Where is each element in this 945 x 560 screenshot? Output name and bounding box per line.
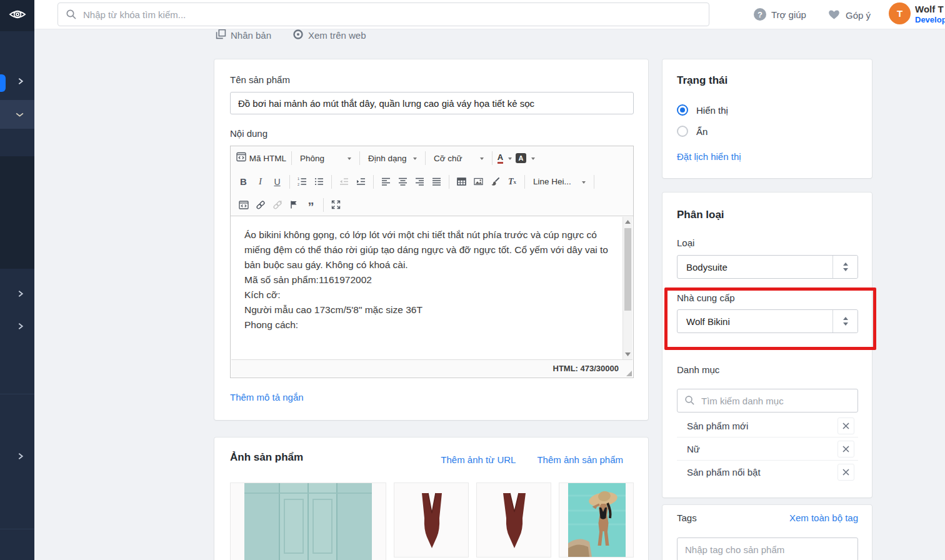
sidebar-divider bbox=[0, 394, 34, 394]
source-code-icon bbox=[239, 200, 249, 210]
indent-button[interactable] bbox=[352, 174, 369, 190]
sidebar-item-expand-icon[interactable] bbox=[16, 77, 24, 88]
source-code-button[interactable] bbox=[235, 197, 252, 213]
category-remove-button[interactable] bbox=[838, 464, 854, 481]
underline-button[interactable]: U bbox=[269, 174, 286, 190]
bold-button[interactable]: B bbox=[235, 174, 252, 190]
tags-input[interactable] bbox=[677, 538, 858, 560]
search-input[interactable] bbox=[58, 2, 709, 26]
feedback-button[interactable]: Góp ý bbox=[828, 8, 871, 22]
radio-hidden[interactable]: Ẩn bbox=[677, 126, 708, 137]
image-button[interactable] bbox=[470, 174, 487, 190]
product-name-input[interactable] bbox=[230, 92, 634, 114]
help-button[interactable]: ? Trợ giúp bbox=[754, 8, 806, 21]
status-title: Trạng thái bbox=[677, 74, 728, 87]
product-image-1[interactable] bbox=[230, 482, 386, 560]
scroll-up-button[interactable] bbox=[623, 217, 632, 227]
sidebar-submenu-block bbox=[0, 156, 34, 269]
category-remove-button[interactable] bbox=[838, 441, 854, 458]
close-icon bbox=[842, 446, 849, 452]
add-image-link[interactable]: Thêm ảnh sản phẩm bbox=[537, 454, 623, 465]
vendor-select[interactable]: Wolf Bikini bbox=[677, 309, 858, 333]
maroon-swimsuit-photo bbox=[494, 491, 534, 551]
sidebar-item-active[interactable] bbox=[0, 100, 34, 129]
sidebar-item-expand-icon[interactable] bbox=[16, 289, 24, 301]
radio-selected-icon bbox=[677, 104, 688, 116]
italic-button[interactable]: I bbox=[252, 174, 269, 190]
font-dropdown[interactable]: Phông bbox=[296, 150, 356, 166]
editor-status-bar: HTML: 473/30000 bbox=[231, 359, 632, 377]
format-painter-button[interactable] bbox=[487, 174, 504, 190]
schedule-visibility-link[interactable]: Đặt lịch hiển thị bbox=[677, 151, 741, 162]
app-logo[interactable] bbox=[0, 0, 34, 31]
category-remove-button[interactable] bbox=[838, 418, 854, 434]
sidebar-item-expand-icon[interactable] bbox=[16, 452, 24, 463]
resize-handle-icon[interactable] bbox=[626, 371, 632, 376]
sidebar-item-expand-icon[interactable] bbox=[16, 322, 24, 333]
product-image-2[interactable] bbox=[394, 482, 469, 558]
product-image-3[interactable] bbox=[476, 482, 551, 558]
justify-icon bbox=[432, 177, 441, 186]
font-size-dropdown[interactable]: Cỡ chữ bbox=[429, 150, 488, 166]
duplicate-icon bbox=[216, 29, 226, 41]
category-item: Sản phẩm nổi bật bbox=[677, 461, 858, 484]
align-right-button[interactable] bbox=[411, 174, 428, 190]
outdent-button[interactable] bbox=[336, 174, 352, 190]
description-paragraph: Áo bikini không gọng, có lớp lót với một… bbox=[244, 228, 618, 272]
outdent-icon bbox=[339, 177, 349, 186]
svg-text:1: 1 bbox=[298, 177, 299, 181]
editor-content[interactable]: Áo bikini không gọng, có lớp lót với một… bbox=[231, 217, 622, 359]
anchor-flag-button[interactable] bbox=[286, 197, 302, 213]
style-heading: Phong cách: bbox=[244, 318, 618, 332]
global-search bbox=[58, 2, 709, 26]
chevron-down-icon bbox=[582, 181, 586, 184]
view-on-web-label: Xem trên web bbox=[308, 30, 366, 41]
scroll-down-button[interactable] bbox=[623, 349, 632, 359]
text-color-icon: A bbox=[498, 153, 503, 164]
align-right-icon bbox=[415, 177, 424, 186]
align-left-button[interactable] bbox=[378, 174, 394, 190]
link-button[interactable] bbox=[252, 197, 269, 213]
radio-visible[interactable]: Hiển thị bbox=[677, 104, 728, 116]
short-description-link[interactable]: Thêm mô tả ngắn bbox=[230, 392, 304, 402]
user-role: Develop bbox=[915, 15, 945, 24]
ordered-list-button[interactable]: 1 2 bbox=[294, 174, 311, 190]
sidebar-divider bbox=[0, 529, 34, 529]
avatar[interactable]: T bbox=[889, 2, 911, 24]
stepper-icon[interactable] bbox=[832, 256, 858, 278]
format-dropdown[interactable]: Định dạng bbox=[364, 150, 421, 166]
rich-text-editor: Mã HTML Phông Định dạng Cỡ chữ bbox=[230, 146, 634, 378]
editor-scrollbar[interactable] bbox=[622, 217, 632, 359]
remove-format-button[interactable]: Tx bbox=[504, 174, 521, 190]
bg-color-button[interactable]: A bbox=[516, 150, 535, 166]
category-search-input[interactable] bbox=[677, 389, 858, 412]
justify-button[interactable] bbox=[428, 174, 445, 190]
add-from-url-link[interactable]: Thêm ảnh từ URL bbox=[441, 454, 516, 465]
product-name-label: Tên sản phẩm bbox=[230, 74, 290, 85]
fullscreen-button[interactable] bbox=[328, 197, 344, 213]
category-item-label: Nữ bbox=[687, 444, 700, 454]
text-color-button[interactable]: A bbox=[496, 150, 513, 166]
view-on-web-button[interactable]: Xem trên web bbox=[292, 29, 366, 42]
blockquote-button[interactable]: ” bbox=[302, 199, 319, 215]
chevron-down-icon bbox=[348, 158, 351, 160]
duplicate-button[interactable]: Nhân bản bbox=[216, 29, 271, 41]
sidebar bbox=[0, 0, 34, 560]
category-item-label: Sản phẩm nổi bật bbox=[687, 467, 761, 478]
category-search bbox=[677, 389, 858, 412]
unordered-list-button[interactable] bbox=[311, 174, 328, 190]
product-image-4[interactable] bbox=[559, 482, 634, 558]
align-center-button[interactable] bbox=[394, 174, 411, 190]
stepper-icon[interactable] bbox=[832, 310, 858, 332]
user-name[interactable]: Wolf T bbox=[915, 4, 945, 14]
view-all-tags-link[interactable]: Xem toàn bộ tag bbox=[789, 512, 858, 523]
product-card: Tên sản phẩm Nội dung Mã HTML bbox=[214, 59, 648, 420]
table-button[interactable] bbox=[453, 174, 470, 190]
search-icon bbox=[66, 9, 77, 22]
fullscreen-icon bbox=[331, 200, 341, 209]
type-select[interactable]: Bodysuite bbox=[677, 255, 858, 279]
unlink-button[interactable] bbox=[269, 197, 286, 213]
html-source-button[interactable]: Mã HTML bbox=[235, 150, 288, 166]
scroll-thumb[interactable] bbox=[624, 228, 631, 311]
line-height-dropdown[interactable]: Line Hei... bbox=[529, 174, 590, 190]
